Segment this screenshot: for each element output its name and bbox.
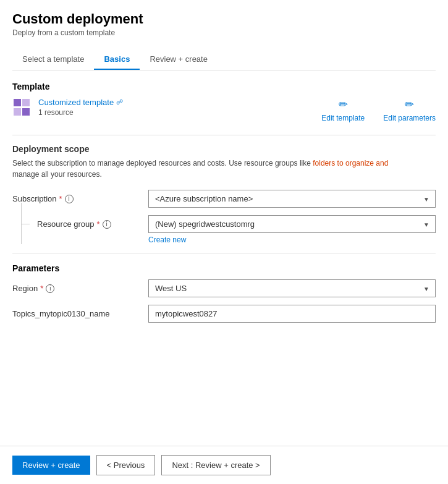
resource-group-container: Resource group * i (New) spegridwestcust… (12, 215, 436, 244)
region-select-wrapper: West US ▼ (148, 279, 436, 297)
edit-parameters-button[interactable]: ✏ Edit parameters (383, 98, 436, 122)
resource-group-select-wrapper: (New) spegridwestcustomrg ▼ (148, 215, 436, 233)
resource-group-label: Resource group * i (37, 215, 148, 229)
resource-group-control: (New) spegridwestcustomrg ▼ Create new (148, 215, 436, 244)
region-required: * (40, 284, 43, 293)
review-create-button[interactable]: Review + create (12, 456, 90, 475)
rg-indent-visual (12, 215, 37, 244)
subscription-required: * (59, 194, 62, 203)
pencil-icon-template: ✏ (339, 98, 348, 111)
region-label: Region * i (12, 279, 148, 293)
template-actions: ✏ Edit template ✏ Edit parameters (321, 98, 436, 122)
scope-description: Select the subscription to manage deploy… (12, 158, 436, 180)
divider-1 (12, 135, 436, 135)
subscription-label: Subscription * i (12, 190, 148, 203)
topics-input[interactable] (148, 305, 436, 323)
next-button[interactable]: Next : Review + create > (161, 455, 270, 475)
region-info-icon[interactable]: i (46, 284, 54, 293)
subscription-select[interactable]: <Azure subscription name> (148, 190, 436, 208)
edit-template-label: Edit template (321, 114, 365, 122)
parameters-title: Parameters (12, 263, 436, 273)
region-label-text: Region (12, 284, 38, 293)
template-left: Customized template ☍ 1 resource (12, 98, 123, 117)
footer: Review + create < Previous Next : Review… (0, 446, 448, 484)
region-select[interactable]: West US (148, 279, 436, 297)
parameters-section: Parameters Region * i West US ▼ Topics_m… (12, 263, 436, 323)
icon-sq-4 (22, 108, 30, 116)
region-row: Region * i West US ▼ (12, 279, 436, 297)
folders-highlight: folders to organize and (313, 159, 388, 168)
template-name-link[interactable]: Customized template ☍ (38, 98, 123, 107)
external-link-icon: ☍ (116, 98, 123, 106)
tab-basics[interactable]: Basics (94, 49, 140, 70)
create-new-link[interactable]: Create new (148, 236, 436, 244)
subscription-label-text: Subscription (12, 194, 57, 203)
topics-control (148, 305, 436, 323)
deployment-scope-title: Deployment scope (12, 144, 436, 154)
pencil-icon-parameters: ✏ (405, 98, 414, 111)
divider-2 (12, 253, 436, 253)
tab-select-template[interactable]: Select a template (12, 49, 94, 70)
edit-template-button[interactable]: ✏ Edit template (321, 98, 365, 122)
resource-group-select[interactable]: (New) spegridwestcustomrg (148, 215, 436, 233)
icon-sq-3 (14, 108, 21, 116)
page-subtitle: Deploy from a custom template (12, 28, 436, 37)
deployment-scope-section: Deployment scope Select the subscription… (12, 144, 436, 244)
tab-review-create[interactable]: Review + create (140, 49, 218, 70)
template-info: Customized template ☍ 1 resource (38, 98, 123, 117)
topics-label: Topics_mytopic0130_name (12, 305, 148, 318)
template-icon (12, 98, 32, 117)
subscription-control: <Azure subscription name> ▼ (148, 190, 436, 208)
template-section-title: Template (12, 82, 436, 91)
region-control: West US ▼ (148, 279, 436, 297)
icon-sq-1 (14, 99, 21, 106)
topics-label-text: Topics_mytopic0130_name (12, 309, 110, 318)
previous-button[interactable]: < Previous (96, 455, 156, 475)
topics-row: Topics_mytopic0130_name (12, 305, 436, 323)
subscription-row: Subscription * i <Azure subscription nam… (12, 190, 436, 208)
subscription-select-wrapper: <Azure subscription name> ▼ (148, 190, 436, 208)
rg-horizontal-line (21, 224, 30, 224)
icon-sq-2 (22, 99, 30, 106)
edit-parameters-label: Edit parameters (383, 114, 436, 122)
resource-group-info-icon[interactable]: i (103, 220, 111, 229)
resource-group-required: * (97, 219, 100, 229)
resource-group-label-text: Resource group (37, 219, 95, 229)
template-resource-count: 1 resource (38, 108, 123, 117)
template-section: Template Customized template ☍ 1 resourc… (12, 82, 436, 122)
template-name-text: Customized template (38, 98, 114, 107)
page-title: Custom deployment (12, 11, 436, 27)
tabs-nav: Select a template Basics Review + create (12, 49, 436, 70)
subscription-info-icon[interactable]: i (65, 195, 74, 203)
